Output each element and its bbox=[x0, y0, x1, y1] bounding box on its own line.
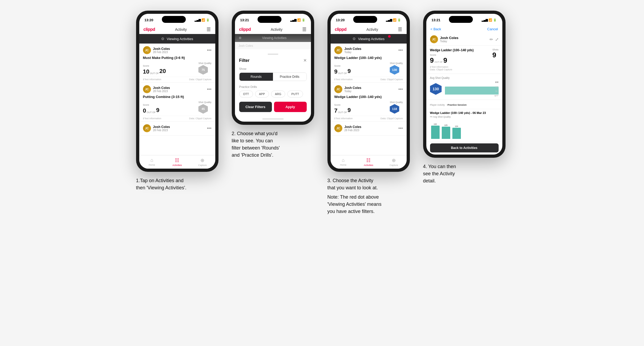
avatar-1-2: JC bbox=[143, 85, 151, 93]
quality-badge-3-2: 118 bbox=[390, 104, 399, 114]
more-btn-3-2[interactable]: ••• bbox=[398, 87, 403, 92]
sq-label-3-2: Shot Quality bbox=[390, 101, 403, 104]
score-value-3-2: 7 bbox=[334, 108, 338, 114]
home-icon-1: ⌂ bbox=[150, 157, 153, 163]
filter-chip-app-2[interactable]: APP bbox=[255, 91, 269, 97]
stat-out-of-1-1: OUT OF bbox=[150, 72, 159, 75]
stat-out-of-3-2: OUT OF bbox=[338, 111, 347, 114]
tab-home-1[interactable]: ⌂ Home bbox=[139, 155, 165, 169]
practice-section-4: Wedge Ladder (100–140 yds) - 06 Mar 23 •… bbox=[426, 109, 502, 141]
apply-button-2[interactable]: Apply bbox=[274, 102, 307, 112]
detail-user-4: Josh Coles bbox=[440, 36, 458, 40]
nav-title-2: Activity bbox=[271, 27, 282, 32]
more-btn-1-1[interactable]: ••• bbox=[207, 48, 212, 53]
nav-title-1: Activity bbox=[175, 27, 187, 32]
filter-close-2[interactable]: ✕ bbox=[303, 58, 307, 63]
stats-row-1-1: Score 10 OUT OF 20 Shot Quality bbox=[143, 62, 212, 75]
data-source-3-2: Data: Clippd Capture bbox=[380, 117, 403, 120]
bar-item-4-2: 129 bbox=[442, 124, 450, 139]
phone-section-4: 13:21 ▂▄▆ 📶 🔋 < Back Cancel JC bbox=[423, 11, 508, 187]
filter-chip-ott-2[interactable]: OTT bbox=[239, 91, 253, 97]
clear-filters-button-2[interactable]: Clear Filters bbox=[239, 102, 272, 112]
phone-wrapper-2: 13:21 ▂▄▆ 📶 🔋 clippd Activity ☰ ⚙ Viewin… bbox=[232, 11, 314, 125]
user-date-1-3: 28 Feb 2023 bbox=[153, 129, 170, 132]
sq-label-1-2: Shot Quality bbox=[198, 101, 211, 104]
activity-card-3-1[interactable]: JC Josh Coles Today ••• Wedge Ladder (10… bbox=[331, 44, 407, 83]
viewing-activities-bar-3[interactable]: ⚙ Viewing Activities bbox=[331, 34, 407, 44]
hamburger-icon-1[interactable]: ☰ bbox=[207, 27, 211, 32]
blurred-viewing-bar-2: ⚙ Viewing Activities bbox=[235, 34, 311, 42]
activity-card-3-2[interactable]: JC Josh Coles Today ••• Wedge Ladder (10… bbox=[331, 83, 407, 122]
practice-session-link-4[interactable]: Practice Session bbox=[447, 104, 466, 106]
back-button-4[interactable]: < Back bbox=[431, 27, 441, 31]
avatar-3-1: JC bbox=[334, 46, 342, 54]
phone-wrapper-4: 13:21 ▂▄▆ 📶 🔋 < Back Cancel JC bbox=[423, 11, 506, 158]
cancel-button-4[interactable]: Cancel bbox=[487, 27, 498, 31]
chart-value-label-4: 130 bbox=[445, 81, 499, 83]
filter-icon-3: ⚙ bbox=[352, 37, 356, 41]
phone-frame-1: 13:20 ▂▄▆ 📶 🔋 clippd Activity ☰ ⚙ Viewin… bbox=[136, 11, 218, 172]
practice-title-4: Wedge Ladder (100–140 yds) - 06 Mar 23 bbox=[430, 111, 499, 114]
more-btn-3-3[interactable]: ••• bbox=[398, 126, 403, 131]
filter-tab-rounds-2[interactable]: Rounds bbox=[239, 73, 273, 81]
score-label-1-1: Score bbox=[143, 65, 166, 67]
quality-row-4: 130 130 APP 140100500 bbox=[430, 81, 499, 97]
phone-section-3: 13:20 ▂▄▆ 📶 🔋 clippd Activity ☰ ⚙ Viewin… bbox=[327, 11, 413, 217]
detail-header-4: JC Josh Coles Today ✏ ⤢ bbox=[426, 33, 502, 46]
user-name-1-3: Josh Coles bbox=[153, 125, 170, 129]
viewing-activities-bar-1[interactable]: ⚙ Viewing Activities bbox=[139, 34, 215, 44]
bar-item-4-3: 124 bbox=[452, 125, 461, 139]
stats-row-3-2: Score 7 OUT OF 9 Shot Quality bbox=[334, 101, 403, 114]
hamburger-icon-2[interactable]: ☰ bbox=[302, 27, 306, 32]
filter-chip-putt-2[interactable]: PUTT bbox=[287, 91, 303, 97]
nav-bar-2: clippd Activity ☰ bbox=[235, 25, 311, 34]
activity-card-1-1[interactable]: JC Josh Coles 28 Feb 2023 ••• Must Make … bbox=[139, 44, 215, 83]
viewing-bar-text-1: Viewing Activities bbox=[167, 37, 193, 41]
more-btn-1-2[interactable]: ••• bbox=[207, 87, 212, 92]
blurred-filter-icon-2: ⚙ bbox=[239, 36, 242, 40]
chart-app-label-4: APP bbox=[445, 95, 499, 97]
more-btn-3-1[interactable]: ••• bbox=[398, 48, 403, 53]
bar-chart-4: 132 129 124 bbox=[430, 120, 499, 139]
card-footer-1-1: ℹ Test Information Data: Clippd Capture bbox=[143, 77, 212, 81]
user-name-1-1: Josh Coles bbox=[153, 47, 170, 51]
bar-fill-4-2 bbox=[442, 127, 450, 139]
phone-wrapper-3: 13:20 ▂▄▆ 📶 🔋 clippd Activity ☰ ⚙ Viewin… bbox=[327, 11, 410, 172]
avatar-name-4: JC Josh Coles Today bbox=[430, 35, 458, 43]
tab-capture-1[interactable]: ⊕ Capture bbox=[190, 155, 215, 169]
dynamic-island-4 bbox=[449, 16, 473, 23]
hamburger-icon-3[interactable]: ☰ bbox=[398, 27, 402, 32]
more-btn-1-3[interactable]: ••• bbox=[207, 126, 212, 131]
detail-data-capture-4: Data: Clippd Capture bbox=[430, 68, 499, 71]
filter-icon-1: ⚙ bbox=[161, 37, 165, 41]
user-date-1-1: 28 Feb 2023 bbox=[153, 51, 170, 54]
filter-tab-practice-2[interactable]: Practice Drills bbox=[273, 73, 306, 81]
tab-home-label-1: Home bbox=[149, 164, 155, 166]
filter-title-2: Filter bbox=[239, 58, 250, 63]
phone-wrapper-1: 13:20 ▂▄▆ 📶 🔋 clippd Activity ☰ ⚙ Viewin… bbox=[136, 11, 218, 172]
tab-activities-1[interactable]: ☷ Activities bbox=[165, 155, 190, 169]
activity-card-1-2[interactable]: JC Josh Coles 28 Feb 2023 ••• Putting Co… bbox=[139, 83, 215, 122]
quality-badge-3-1: 130 bbox=[390, 65, 399, 75]
phone-screen-4: 13:21 ▂▄▆ 📶 🔋 < Back Cancel JC bbox=[426, 14, 502, 155]
filter-chip-arg-2[interactable]: ARG bbox=[271, 91, 285, 97]
sq-label-1-1: Shot Quality bbox=[198, 62, 211, 65]
tab-home-label-3: Home bbox=[340, 164, 346, 166]
tab-home-3[interactable]: ⌂ Home bbox=[331, 155, 356, 169]
activity-card-3-3[interactable]: JC Josh Coles 28 Feb 2023 ••• bbox=[331, 122, 407, 136]
brand-logo-1: clippd bbox=[144, 27, 155, 32]
test-info-1-2: ℹ Test Information bbox=[143, 117, 161, 120]
tab-activities-3[interactable]: ☷ Activities bbox=[356, 155, 381, 169]
score-value-1-2: 0 bbox=[143, 108, 146, 114]
edit-icon-4[interactable]: ✏ bbox=[490, 37, 493, 42]
tab-capture-label-3: Capture bbox=[390, 164, 398, 166]
capture-icon-1: ⊕ bbox=[200, 157, 204, 163]
expand-icon-4[interactable]: ⤢ bbox=[495, 37, 499, 42]
score-value-3-1: 9 bbox=[334, 69, 338, 75]
activity-card-1-3[interactable]: JC Josh Coles 28 Feb 2023 ••• bbox=[139, 122, 215, 136]
tab-capture-3[interactable]: ⊕ Capture bbox=[381, 155, 406, 169]
quality-badge-1-1: 75 bbox=[198, 65, 208, 75]
home-icon-3: ⌂ bbox=[342, 157, 345, 163]
back-to-activities-button-4[interactable]: Back to Activities bbox=[430, 143, 499, 152]
data-source-3-1: Data: Clippd Capture bbox=[380, 78, 403, 81]
